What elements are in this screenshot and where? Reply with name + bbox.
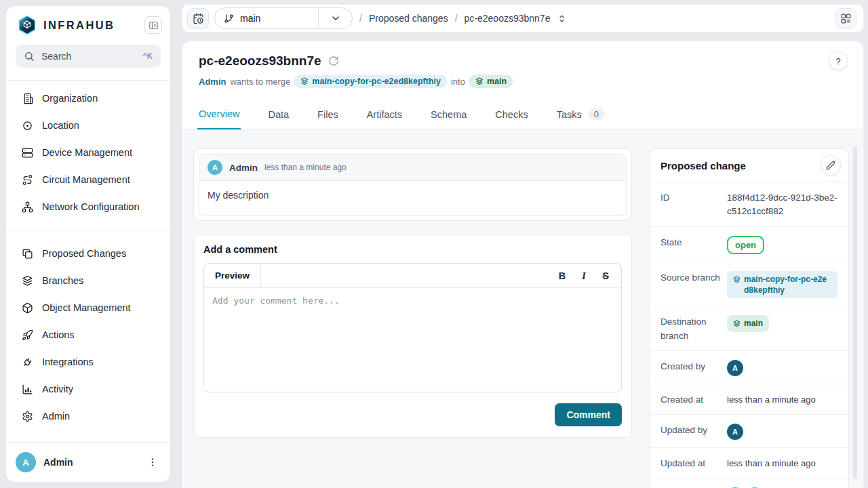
- location-icon: [21, 119, 33, 131]
- date-picker-button[interactable]: [187, 8, 209, 29]
- user-menu-button[interactable]: [144, 454, 161, 470]
- sidebar-item-admin[interactable]: Admin: [12, 403, 165, 430]
- sidebar-nav-group-2: Proposed Changes Branches Object Managem…: [6, 240, 170, 430]
- form-actions: Comment: [203, 403, 622, 426]
- user-avatar[interactable]: A: [16, 452, 36, 472]
- target-branch-pill[interactable]: main: [469, 75, 513, 88]
- tab-schema[interactable]: Schema: [429, 100, 468, 129]
- search-shortcut: ^K: [143, 52, 153, 61]
- tab-overview[interactable]: Overview: [197, 100, 241, 129]
- sidebar-item-integrations[interactable]: Integrations: [12, 348, 165, 375]
- panel-row-reviewers: Reviewers CS OC: [650, 479, 848, 488]
- sidebar-item-label: Location: [42, 120, 79, 131]
- sidebar-item-circuit-management[interactable]: Circuit Management: [12, 166, 165, 193]
- branch-selector-dropdown[interactable]: [319, 8, 352, 28]
- layers-icon: [733, 274, 741, 283]
- breadcrumb-separator: /: [454, 13, 459, 24]
- sidebar-item-proposed-changes[interactable]: Proposed Changes: [12, 240, 165, 267]
- chevrons-up-down-icon[interactable]: [557, 14, 567, 24]
- add-comment-title: Add a comment: [203, 244, 622, 255]
- layers-icon: [300, 77, 309, 85]
- edit-button[interactable]: [821, 155, 841, 176]
- format-buttons: B I S: [553, 267, 621, 285]
- scrollbar-thumb[interactable]: [853, 146, 857, 479]
- tab-artifacts[interactable]: Artifacts: [366, 100, 403, 129]
- refresh-button[interactable]: [328, 56, 339, 66]
- branch-selector-value: main: [215, 8, 318, 28]
- add-comment-card: Add a comment Preview B I S Comment: [193, 234, 632, 438]
- row-label: Created by: [660, 359, 727, 373]
- sidebar-item-activity[interactable]: Activity: [12, 375, 165, 403]
- branch-name: main: [240, 13, 260, 24]
- destination-branch-name: main: [744, 318, 763, 329]
- comment-avatar[interactable]: A: [208, 160, 222, 175]
- sidebar-item-label: Device Management: [42, 147, 132, 158]
- pencil-icon: [826, 161, 835, 170]
- bold-button[interactable]: B: [553, 267, 571, 285]
- infrahub-logo-icon: [17, 15, 37, 35]
- tab-checks[interactable]: Checks: [494, 100, 529, 129]
- sidebar-item-network-configuration[interactable]: Network Configuration: [12, 193, 165, 220]
- row-label: Destination branch: [660, 314, 727, 343]
- page-header: pc-e2eoozs93bnn7e ? Admin wants to merge: [182, 41, 863, 88]
- state-badge: open: [727, 236, 764, 255]
- layers-icon: [733, 320, 741, 327]
- breadcrumb-separator: /: [358, 13, 363, 24]
- row-label: ID: [660, 190, 727, 205]
- updated-by-avatar[interactable]: A: [727, 424, 743, 440]
- sidebar-item-label: Network Configuration: [42, 201, 139, 212]
- sidebar-item-location[interactable]: Location: [12, 112, 165, 139]
- layers-icon: [475, 77, 484, 85]
- help-button[interactable]: ?: [829, 52, 848, 70]
- author-link[interactable]: Admin: [199, 77, 226, 87]
- comment-submit-button[interactable]: Comment: [555, 403, 622, 426]
- tab-tasks[interactable]: Tasks 0: [555, 100, 606, 129]
- italic-button[interactable]: I: [575, 267, 593, 285]
- sidebar-item-label: Organization: [42, 93, 98, 104]
- created-by-avatar[interactable]: A: [727, 360, 743, 376]
- sidebar-item-actions[interactable]: Actions: [12, 321, 165, 348]
- preview-tab[interactable]: Preview: [204, 264, 261, 287]
- user-name: Admin: [43, 457, 137, 468]
- workflow-apps-button[interactable]: [835, 8, 856, 29]
- brand-wordmark: INFRAHUB: [43, 19, 115, 32]
- row-label: Source branch: [660, 270, 727, 285]
- sidebar-item-device-management[interactable]: Device Management: [12, 139, 165, 166]
- branch-selector[interactable]: main: [214, 7, 353, 29]
- sidebar-divider: [6, 230, 170, 230]
- sidebar-collapse-button[interactable]: [144, 16, 162, 34]
- comment-header: A Admin less than a minute ago: [199, 155, 626, 181]
- search-placeholder: Search: [41, 51, 136, 62]
- editor-toolbar: Preview B I S: [204, 264, 621, 288]
- sidebar-header: INFRAHUB: [6, 6, 170, 38]
- sidebar-item-label: Activity: [42, 384, 73, 394]
- sidebar-item-label: Actions: [42, 329, 75, 340]
- comment-timestamp: less than a minute ago: [264, 163, 347, 172]
- network-icon: [21, 201, 33, 213]
- source-branch-pill[interactable]: main-copy-for-pc-e2ed8kepfthiy: [294, 75, 447, 88]
- sidebar-item-label: Proposed Changes: [42, 248, 126, 259]
- breadcrumb-current-item[interactable]: pc-e2eoozs93bnn7e: [465, 13, 551, 24]
- panel-collapse-icon: [149, 20, 159, 30]
- merge-text: wants to merge: [230, 77, 290, 87]
- panel-row-source-branch: Source branch main-copy-for-pc-e2ed8kepf…: [650, 262, 848, 306]
- sidebar-item-branches[interactable]: Branches: [12, 267, 165, 294]
- refresh-icon: [328, 56, 339, 66]
- sidebar-item-organization[interactable]: Organization: [12, 85, 165, 112]
- source-branch-pill[interactable]: main-copy-for-pc-e2ed8kepfthiy: [727, 271, 837, 298]
- tab-files[interactable]: Files: [316, 100, 340, 129]
- tab-data[interactable]: Data: [267, 100, 290, 129]
- infrahub-logo[interactable]: INFRAHUB: [17, 15, 139, 35]
- panel-header: Proposed change: [650, 149, 848, 182]
- comment: A Admin less than a minute ago My descri…: [199, 154, 627, 216]
- sidebar: INFRAHUB Search ^K Organizati: [5, 5, 171, 483]
- left-column: A Admin less than a minute ago My descri…: [193, 148, 632, 438]
- sidebar-item-object-management[interactable]: Object Management: [12, 294, 165, 321]
- destination-branch-pill[interactable]: main: [727, 315, 769, 331]
- comment-textarea[interactable]: [204, 288, 621, 390]
- search-input[interactable]: Search ^K: [16, 45, 161, 68]
- breadcrumb-proposed-changes[interactable]: Proposed changes: [369, 13, 448, 24]
- panel-row-state: State open: [650, 227, 848, 263]
- comment-editor: Preview B I S: [203, 263, 622, 392]
- strikethrough-button[interactable]: S: [597, 267, 614, 285]
